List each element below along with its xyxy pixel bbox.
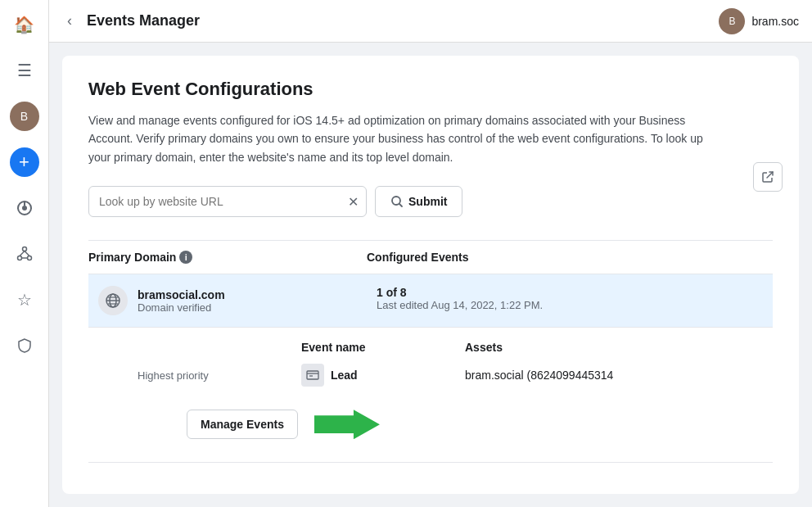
manage-row: Manage Events	[138, 400, 763, 449]
lead-event-icon	[301, 364, 324, 387]
svg-point-3	[22, 247, 26, 251]
topbar-avatar[interactable]: B	[719, 8, 745, 34]
page-title: Events Manager	[87, 12, 709, 29]
topbar-username: bram.soc	[751, 15, 799, 28]
search-input-wrapper: ✕	[88, 186, 367, 217]
sidebar-item-star[interactable]: ☆	[10, 285, 39, 315]
sidebar-item-home[interactable]: 🏠	[10, 10, 39, 39]
search-icon	[390, 195, 404, 208]
svg-line-6	[20, 251, 25, 256]
web-event-config-title: Web Event Configurations	[88, 79, 773, 100]
topbar: ‹ Events Manager B bram.soc	[49, 0, 812, 43]
clear-icon[interactable]: ✕	[348, 194, 359, 210]
sub-col-priority	[138, 341, 301, 354]
event-name: Lead	[331, 369, 358, 382]
svg-rect-16	[307, 371, 318, 379]
svg-point-5	[27, 256, 31, 260]
external-link-button[interactable]	[753, 162, 783, 192]
svg-point-4	[17, 256, 21, 260]
submit-label: Submit	[408, 195, 447, 208]
svg-line-19	[767, 172, 773, 178]
asset-value: bram.social (8624099445314	[465, 369, 763, 382]
sub-col-assets: Assets	[465, 341, 763, 354]
svg-line-10	[399, 204, 402, 206]
domain-name: bramsocial.com	[138, 288, 225, 301]
sidebar-avatar[interactable]: B	[10, 102, 39, 131]
sidebar-item-menu[interactable]: ☰	[10, 56, 39, 85]
svg-point-1	[22, 206, 27, 210]
configured-events-info: 1 of 8 Last edited Aug 14, 2022, 1:22 PM…	[377, 286, 763, 315]
content-area: Web Event Configurations View and manage…	[62, 56, 799, 494]
sub-table: Event name Assets Highest priority	[88, 328, 773, 463]
col-primary-domain: Primary Domain i	[88, 251, 367, 264]
table-row[interactable]: bramsocial.com Domain verified 1 of 8 La…	[88, 274, 773, 328]
primary-domain-info-icon[interactable]: i	[179, 251, 192, 264]
back-button[interactable]: ‹	[62, 7, 77, 34]
col-configured-events: Configured Events	[367, 251, 773, 264]
green-arrow-container	[314, 410, 380, 439]
event-cell: Lead	[301, 364, 465, 387]
sidebar: 🏠 ☰ B + ☆	[0, 0, 49, 507]
manage-events-button[interactable]: Manage Events	[187, 410, 298, 439]
svg-line-7	[25, 251, 29, 256]
sub-table-header: Event name Assets	[138, 341, 763, 354]
events-count: 1 of 8	[377, 286, 763, 299]
table-header: Primary Domain i Configured Events	[88, 241, 773, 274]
submit-button[interactable]: Submit	[375, 186, 462, 217]
sidebar-item-network[interactable]	[10, 239, 39, 269]
green-arrow-icon	[314, 410, 380, 439]
page-description: View and manage events configured for iO…	[88, 111, 727, 166]
domain-info: bramsocial.com Domain verified	[98, 286, 377, 315]
main-area: ‹ Events Manager B bram.soc Web Event Co…	[49, 0, 812, 507]
search-input[interactable]	[88, 186, 367, 217]
sidebar-item-dashboard[interactable]	[10, 193, 39, 223]
sub-col-event-name: Event name	[301, 341, 465, 354]
domain-table: Primary Domain i Configured Events	[88, 240, 773, 463]
domain-status: Domain verified	[138, 301, 225, 314]
event-row: Highest priority Lead bram.social (86240…	[138, 364, 763, 387]
domain-globe-icon	[98, 286, 128, 315]
priority-label: Highest priority	[138, 369, 301, 382]
topbar-right: B bram.soc	[719, 8, 799, 34]
sidebar-item-shield[interactable]	[10, 331, 39, 360]
search-bar: ✕ Submit	[88, 186, 773, 217]
sidebar-item-add[interactable]: +	[10, 147, 39, 177]
events-edited: Last edited Aug 14, 2022, 1:22 PM.	[377, 299, 763, 311]
